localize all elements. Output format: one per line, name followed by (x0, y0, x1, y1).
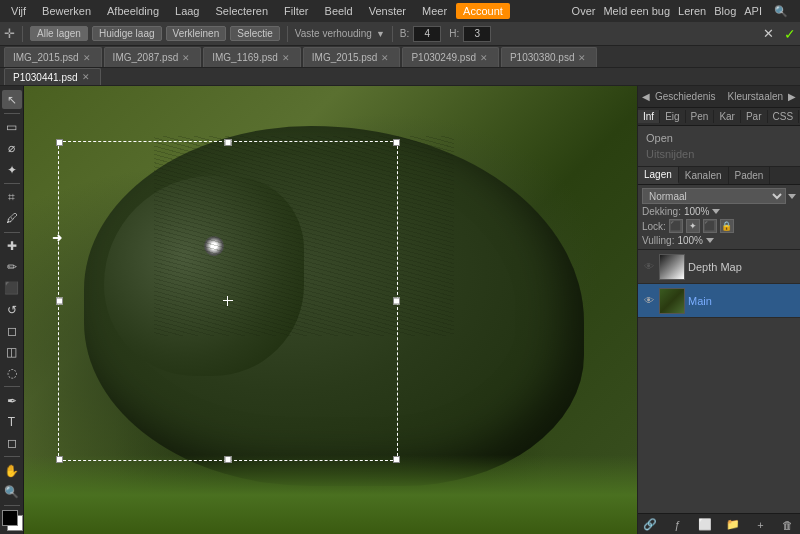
lagen-tab[interactable]: Lagen (638, 167, 679, 184)
dropdown-arrow[interactable]: ▼ (376, 29, 385, 39)
menu-over[interactable]: Over (572, 5, 596, 17)
menu-filter[interactable]: Filter (277, 3, 315, 19)
move-tool-icon[interactable]: ✛ (4, 26, 15, 41)
move-tool[interactable]: ↖ (2, 90, 22, 109)
menu-laag[interactable]: Laag (168, 3, 206, 19)
kar-tab[interactable]: Kar (714, 110, 741, 123)
tab-p1030380[interactable]: P1030380.psd ✕ (501, 47, 598, 67)
panel-collapse-left[interactable]: ◀ (642, 91, 650, 102)
eig-tab[interactable]: Eig (660, 110, 685, 123)
kleurstaalen-tab[interactable]: Kleurstaalen (725, 90, 787, 103)
tab-img1169[interactable]: IMG_1169.psd ✕ (203, 47, 301, 67)
fill-arrow[interactable] (706, 238, 714, 243)
lock-all-icon[interactable]: 🔒 (720, 219, 734, 233)
toolbar-separator-5 (4, 456, 20, 457)
blend-mode-arrow[interactable] (788, 194, 796, 199)
new-group-icon[interactable]: 📁 (725, 517, 741, 533)
toolbar-separator-2 (4, 183, 20, 184)
heal-tool[interactable]: ✚ (2, 237, 22, 256)
menu-leren[interactable]: Leren (678, 5, 706, 17)
menu-meer[interactable]: Meer (415, 3, 454, 19)
right-panel-header: ◀ Geschiedenis Kleurstaalen ▶ (638, 86, 800, 108)
verkleinen-button[interactable]: Verkleinen (166, 26, 227, 41)
inf-tab[interactable]: Inf (638, 110, 660, 123)
lasso-tool[interactable]: ⌀ (2, 139, 22, 158)
geschiedenis-tab[interactable]: Geschiedenis (652, 90, 719, 103)
eraser-tool[interactable]: ◻ (2, 321, 22, 340)
blur-tool[interactable]: ◌ (2, 363, 22, 382)
new-layer-icon[interactable]: + (752, 517, 768, 533)
stamp-tool[interactable]: ⬛ (2, 279, 22, 298)
opacity-arrow[interactable] (712, 209, 720, 214)
b-input[interactable] (413, 26, 441, 42)
blend-mode-select[interactable]: Normaal (642, 188, 786, 204)
lock-pixels-icon[interactable]: ⬛ (669, 219, 683, 233)
magic-wand-tool[interactable]: ✦ (2, 160, 22, 179)
options-bar: ✛ Alle lagen Huidige laag Verkleinen Sel… (0, 22, 800, 46)
menu-beeld[interactable]: Beeld (318, 3, 360, 19)
tab-p1030441[interactable]: P1030441.psd ✕ (4, 68, 101, 85)
tab-close-img2015b[interactable]: ✕ (381, 53, 389, 63)
search-icon[interactable]: 🔍 (770, 3, 792, 20)
marquee-tool[interactable]: ▭ (2, 118, 22, 137)
history-brush-tool[interactable]: ↺ (2, 300, 22, 319)
menu-afbeelding[interactable]: Afbeelding (100, 3, 166, 19)
layer-eye-main[interactable]: 👁 (642, 294, 656, 308)
selectie-button[interactable]: Selectie (230, 26, 280, 41)
menu-api[interactable]: API (744, 5, 762, 17)
cancel-transform-icon[interactable]: ✕ (763, 26, 774, 41)
hand-tool[interactable]: ✋ (2, 461, 22, 480)
paden-tab[interactable]: Paden (729, 167, 771, 184)
layer-main[interactable]: 👁 Main (638, 284, 800, 318)
menu-venster[interactable]: Venster (362, 3, 413, 19)
tab-close-p1030441[interactable]: ✕ (82, 72, 90, 82)
layer-eye-depth-map[interactable]: 👁 (642, 260, 656, 274)
kanalen-tab[interactable]: Kanalen (679, 167, 729, 184)
alle-lagen-button[interactable]: Alle lagen (30, 26, 88, 41)
add-mask-icon[interactable]: ⬜ (697, 517, 713, 533)
brush-tool[interactable]: ✏ (2, 258, 22, 277)
shape-tool[interactable]: ◻ (2, 433, 22, 452)
opacity-value[interactable]: 100% (684, 206, 710, 217)
info-content: Open Uitsnijden (638, 126, 800, 167)
tab-img2087[interactable]: IMG_2087.psd ✕ (104, 47, 202, 67)
link-layers-icon[interactable]: 🔗 (642, 517, 658, 533)
layer-controls: Normaal Dekking: 100% Lock: ⬛ ✦ ⬛ 🔒 Vull… (638, 185, 800, 250)
huidige-laag-button[interactable]: Huidige laag (92, 26, 162, 41)
panel-collapse-right[interactable]: ▶ (788, 91, 796, 102)
gradient-tool[interactable]: ◫ (2, 342, 22, 361)
zoom-tool[interactable]: 🔍 (2, 482, 22, 501)
fx-icon[interactable]: ƒ (670, 517, 686, 533)
crop-tool[interactable]: ⌗ (2, 188, 22, 207)
menu-bewerken[interactable]: Bewerken (35, 3, 98, 19)
par-tab[interactable]: Par (741, 110, 768, 123)
eyedropper-tool[interactable]: 🖊 (2, 209, 22, 228)
tab-close-img2087[interactable]: ✕ (182, 53, 190, 63)
menu-account[interactable]: Account (456, 3, 510, 19)
confirm-transform-icon[interactable]: ✓ (784, 26, 796, 42)
menu-selecteren[interactable]: Selecteren (209, 3, 276, 19)
foreground-color[interactable] (2, 510, 22, 531)
text-tool[interactable]: T (2, 412, 22, 431)
tab-close-p1030249[interactable]: ✕ (480, 53, 488, 63)
layer-depth-map[interactable]: 👁 Depth Map (638, 250, 800, 284)
tab-p1030249[interactable]: P1030249.psd ✕ (402, 47, 499, 67)
delete-layer-icon[interactable]: 🗑 (780, 517, 796, 533)
tab-img2015[interactable]: IMG_2015.psd ✕ (4, 47, 102, 67)
menu-blog[interactable]: Blog (714, 5, 736, 17)
open-item[interactable]: Open (642, 130, 796, 146)
menu-bug[interactable]: Meld een bug (603, 5, 670, 17)
lock-artboard-icon[interactable]: ⬛ (703, 219, 717, 233)
tab-close-p1030380[interactable]: ✕ (578, 53, 586, 63)
tab-close-img1169[interactable]: ✕ (282, 53, 290, 63)
css-tab[interactable]: CSS (768, 110, 800, 123)
menu-vijf[interactable]: Vijf (4, 3, 33, 19)
fill-value[interactable]: 100% (677, 235, 703, 246)
tab-img2015b[interactable]: IMG_2015.psd ✕ (303, 47, 401, 67)
pen-tool[interactable]: ✒ (2, 391, 22, 410)
tab-close-img2015[interactable]: ✕ (83, 53, 91, 63)
pen-tab[interactable]: Pen (686, 110, 715, 123)
h-input[interactable] (463, 26, 491, 42)
lock-move-icon[interactable]: ✦ (686, 219, 700, 233)
left-toolbar: ↖ ▭ ⌀ ✦ ⌗ 🖊 ✚ ✏ ⬛ ↺ ◻ ◫ ◌ ✒ T ◻ ✋ 🔍 (0, 86, 24, 534)
